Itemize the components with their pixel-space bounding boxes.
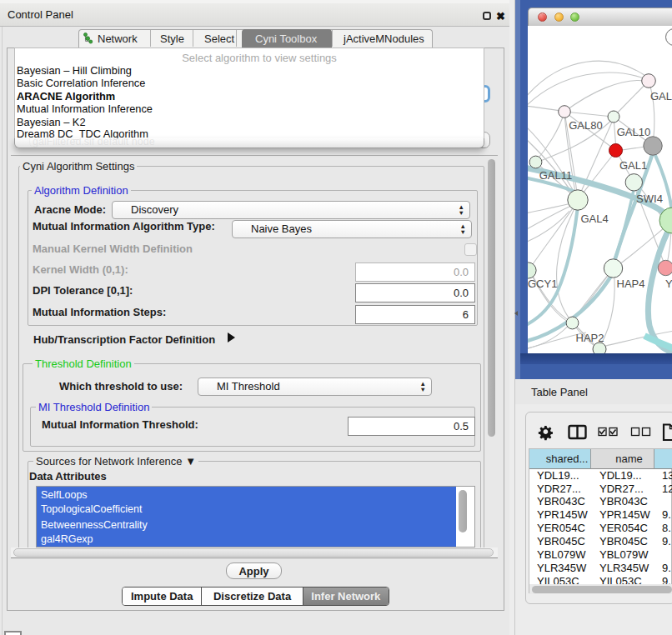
svg-text:GAL11: GAL11 xyxy=(539,169,573,182)
svg-text:HAP2: HAP2 xyxy=(576,332,604,344)
svg-text:GCY1: GCY1 xyxy=(528,278,557,290)
svg-text:GAL1: GAL1 xyxy=(619,159,647,172)
svg-text:GAL80: GAL80 xyxy=(569,119,602,132)
svg-text:SWI4: SWI4 xyxy=(636,192,663,205)
svg-text:Y: Y xyxy=(665,278,672,290)
svg-text:GAL2: GAL2 xyxy=(650,90,672,102)
svg-text:GAL4: GAL4 xyxy=(580,212,608,225)
svg-text:GAL10: GAL10 xyxy=(617,126,650,138)
svg-text:HAP4: HAP4 xyxy=(617,278,645,290)
